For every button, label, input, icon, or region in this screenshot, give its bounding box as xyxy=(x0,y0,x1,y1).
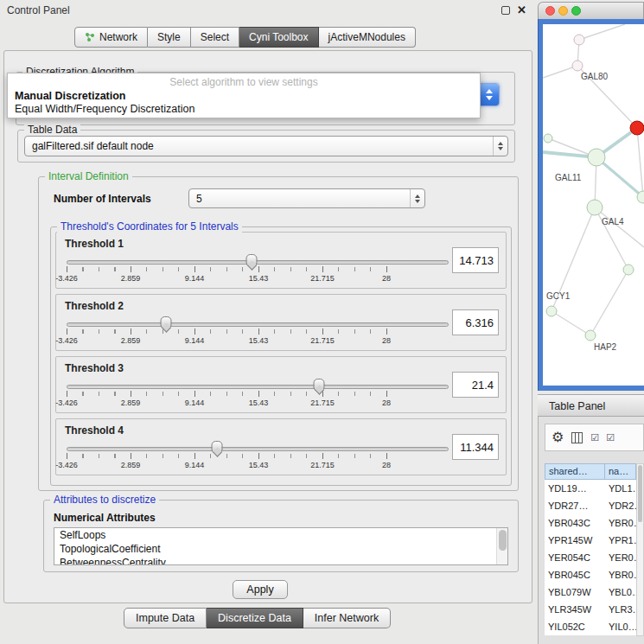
slider-handle[interactable] xyxy=(211,441,222,453)
up-arrow-icon xyxy=(498,142,503,145)
network-icon xyxy=(85,32,95,42)
gear-icon[interactable]: ⚙ xyxy=(552,430,564,444)
dropdown-option-equal-width[interactable]: Equal Width/Frequency Discretization xyxy=(8,102,480,115)
tab-label: Network xyxy=(99,31,137,43)
table-row[interactable]: YLR345WYLR3… xyxy=(545,601,636,618)
column-header-name[interactable]: na… xyxy=(605,463,636,480)
network-node[interactable] xyxy=(572,61,583,71)
num-intervals-combobox[interactable]: 5 xyxy=(188,188,425,208)
network-node[interactable] xyxy=(587,200,603,215)
scale-label: 28 xyxy=(382,399,391,407)
scale-label: 2.859 xyxy=(121,461,141,469)
tab-style[interactable]: Style xyxy=(148,27,191,48)
network-node[interactable] xyxy=(546,306,557,316)
network-canvas[interactable]: GAL80 GAL11 GAL4 GCY1 HAP2 xyxy=(543,24,644,386)
threshold-3-block: Threshold 3 21.4 -3.426 2.859 9.144 15.4… xyxy=(55,356,507,413)
network-node[interactable] xyxy=(574,35,584,45)
table-data-combobox[interactable]: galFiltered.sif default node xyxy=(24,136,508,156)
threshold-slider: -3.426 2.859 9.144 15.43 21.715 28 xyxy=(67,378,449,411)
network-node-selected[interactable] xyxy=(630,121,644,135)
scale-label: 15.43 xyxy=(249,461,269,469)
scale-label: 2.859 xyxy=(121,399,141,407)
close-window-icon[interactable] xyxy=(545,6,555,16)
up-arrow-icon xyxy=(415,194,420,198)
combobox-stepper-icon[interactable] xyxy=(480,84,499,105)
network-node[interactable] xyxy=(623,265,634,275)
list-item[interactable]: BetweennessCentrality xyxy=(54,556,507,565)
table-header-row: shared… na… xyxy=(545,463,636,480)
tab-select[interactable]: Select xyxy=(191,27,239,48)
list-scrollbar[interactable] xyxy=(496,528,507,564)
combobox-stepper-icon[interactable] xyxy=(493,137,507,156)
tab-impute-data[interactable]: Impute Data xyxy=(124,608,207,628)
table-panel-header: Table Panel xyxy=(538,394,644,417)
table-row[interactable]: YER054CYER0… xyxy=(545,549,636,566)
list-item[interactable]: TopologicalCoefficient xyxy=(54,542,507,556)
scrollbar-thumb[interactable] xyxy=(638,465,642,522)
table-row[interactable]: YPR145WYPR1… xyxy=(545,532,636,549)
page-title: Control Panel xyxy=(7,4,70,16)
threshold-4-block: Threshold 4 11.344 -3.426 2.859 9.144 15… xyxy=(55,418,507,475)
attributes-group-label: Attributes to discretize xyxy=(50,494,159,506)
apply-button[interactable]: Apply xyxy=(233,580,288,599)
slider-handle[interactable] xyxy=(160,316,171,328)
algorithm-dropdown: Select algorithm to view settings Manual… xyxy=(7,73,481,118)
column-header-shared-name[interactable]: shared… xyxy=(545,463,605,480)
node-label: HAP2 xyxy=(594,342,617,352)
threshold-value-field[interactable]: 11.344 xyxy=(452,434,499,460)
node-label: GAL11 xyxy=(555,173,582,182)
node-attribute-table: shared… na… YDL19…YDL1… YDR27…YDR2… YBR0… xyxy=(545,463,636,635)
scale-label: 9.144 xyxy=(185,336,205,345)
table-row[interactable]: YIL052CYIL0… xyxy=(545,618,636,635)
zoom-window-icon[interactable] xyxy=(571,6,581,16)
table-row[interactable]: YBR045CYBR0… xyxy=(545,566,636,583)
scale-label: -3.426 xyxy=(55,461,78,469)
node-label: GAL4 xyxy=(602,217,624,226)
table-columns-icon[interactable] xyxy=(571,432,583,443)
scale-label: 21.715 xyxy=(310,274,335,283)
slider-ticks xyxy=(67,267,386,271)
threshold-value-field[interactable]: 21.4 xyxy=(452,372,499,398)
threshold-label: Threshold 3 xyxy=(65,362,124,374)
scale-label: 28 xyxy=(382,461,391,469)
threshold-value-field[interactable]: 6.316 xyxy=(452,309,499,335)
combobox-stepper-icon[interactable] xyxy=(410,189,424,207)
select-all-icon[interactable]: ☑ xyxy=(590,433,598,443)
table-row[interactable]: YDR27…YDR2… xyxy=(545,497,636,514)
slider-handle[interactable] xyxy=(314,379,325,391)
table-row[interactable]: YDL19…YDL1… xyxy=(545,480,636,497)
network-node[interactable] xyxy=(544,134,552,143)
down-arrow-icon xyxy=(415,200,420,203)
network-window-titlebar[interactable] xyxy=(538,2,644,19)
tab-cyni-toolbox[interactable]: Cyni Toolbox xyxy=(239,27,318,48)
list-item[interactable]: SelfLoops xyxy=(54,528,507,542)
scrollbar-thumb[interactable] xyxy=(499,530,507,551)
tab-jactivemnodules[interactable]: jActiveMNodules xyxy=(319,27,416,48)
down-arrow-icon xyxy=(498,147,503,150)
slider-handle[interactable] xyxy=(245,254,257,266)
up-arrow-icon xyxy=(486,89,493,93)
dropdown-option-manual[interactable]: Manual Discretization xyxy=(8,88,480,102)
numerical-attributes-label: Numerical Attributes xyxy=(54,512,156,524)
network-node[interactable] xyxy=(588,149,605,166)
tab-network[interactable]: Network xyxy=(74,27,148,48)
table-scrollbar[interactable] xyxy=(636,463,644,636)
float-window-icon[interactable] xyxy=(501,6,510,15)
table-row[interactable]: YBR043CYBR0… xyxy=(545,514,636,532)
threshold-1-block: Threshold 1 14.713 -3.426 2.859 9.144 15… xyxy=(55,232,507,289)
num-intervals-value: 5 xyxy=(196,193,202,205)
threshold-slider: -3.426 2.859 9.144 15.43 21.715 28 xyxy=(67,440,449,473)
table-row[interactable]: YBL079WYBL0… xyxy=(545,583,636,601)
scale-label: 15.43 xyxy=(249,274,269,283)
select-columns-icon[interactable]: ☑ xyxy=(606,433,614,443)
network-node[interactable] xyxy=(585,330,596,341)
threshold-label: Threshold 2 xyxy=(65,300,124,312)
close-icon[interactable]: ✕ xyxy=(517,3,526,16)
scale-label: -3.426 xyxy=(55,336,78,345)
tab-infer-network[interactable]: Infer Network xyxy=(303,608,391,628)
tab-discretize-data[interactable]: Discretize Data xyxy=(207,608,303,628)
attributes-list: SelfLoops TopologicalCoefficient Between… xyxy=(54,527,508,565)
minimize-window-icon[interactable] xyxy=(558,6,568,16)
scale-label: 2.859 xyxy=(121,274,141,283)
threshold-value-field[interactable]: 14.713 xyxy=(452,247,499,273)
